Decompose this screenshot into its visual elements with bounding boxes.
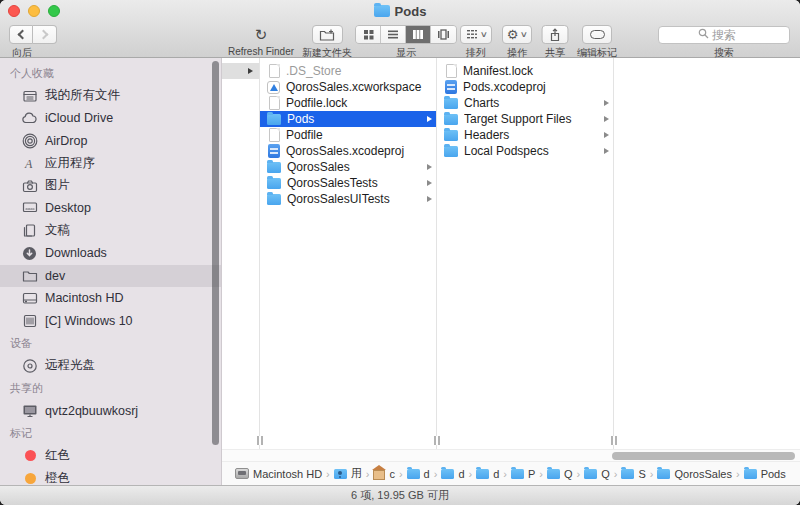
- share-label: 共享: [545, 46, 565, 60]
- path-item[interactable]: Q: [547, 468, 573, 480]
- sidebar-item-applications[interactable]: A 应用程序: [0, 152, 221, 175]
- new-folder-button[interactable]: [312, 25, 343, 44]
- file-row[interactable]: QorosSales: [260, 159, 436, 175]
- column-resize-handle[interactable]: [609, 436, 618, 445]
- folder-icon: [476, 469, 489, 479]
- file-row[interactable]: .DS_Store: [260, 63, 436, 79]
- action-button[interactable]: ⚙ ∨: [502, 25, 532, 44]
- file-row-selected[interactable]: Pods: [260, 111, 436, 127]
- path-item[interactable]: Q: [584, 468, 610, 480]
- file-row[interactable]: QorosSales.xcworkspace: [260, 79, 436, 95]
- coverflow-view-button[interactable]: [431, 26, 456, 43]
- action-label: 操作: [507, 46, 527, 60]
- sidebar-item-dev[interactable]: dev: [0, 265, 221, 288]
- file-row[interactable]: Podfile: [260, 127, 436, 143]
- file-row[interactable]: Manifest.lock: [437, 63, 613, 79]
- window-header: Pods 向后 ↻ Refresh Finder 新建文件夹: [0, 0, 800, 58]
- path-item[interactable]: c: [373, 467, 395, 480]
- path-item[interactable]: Pods: [744, 468, 786, 480]
- path-separator: ›: [434, 468, 438, 480]
- column-resize-handle[interactable]: [432, 436, 441, 445]
- previous-selected-row[interactable]: [222, 63, 259, 79]
- file-row[interactable]: QorosSalesUITests: [260, 191, 436, 207]
- horizontal-scrollbar[interactable]: [222, 449, 800, 461]
- path-item[interactable]: d: [441, 468, 464, 480]
- disclosure-arrow-icon: [604, 132, 609, 138]
- all-files-icon: [21, 88, 38, 104]
- sidebar-scrollbar[interactable]: [212, 61, 219, 445]
- sidebar-item-icloud-drive[interactable]: iCloud Drive: [0, 107, 221, 130]
- path-item[interactable]: Macintosh HD: [235, 468, 322, 480]
- sidebar-item-label: Desktop: [45, 201, 91, 215]
- document-icon: [269, 96, 280, 110]
- folder-icon: [657, 469, 670, 479]
- path-separator: ›: [326, 468, 330, 480]
- file-row[interactable]: QorosSalesTests: [260, 175, 436, 191]
- window-title-text: Pods: [395, 4, 427, 19]
- sidebar-item-shared-computer[interactable]: qvtz2qbuuwkosrj: [0, 400, 221, 423]
- column-divider[interactable]: [436, 58, 437, 449]
- refresh-button[interactable]: ↻: [255, 25, 268, 44]
- file-row[interactable]: QorosSales.xcodeproj: [260, 143, 436, 159]
- arrange-button[interactable]: ∨: [460, 25, 492, 44]
- path-separator: ›: [399, 468, 403, 480]
- sidebar: 个人收藏 我的所有文件 iCloud Drive AirDrop A 应用程序 …: [0, 58, 222, 485]
- applications-icon: A: [21, 155, 38, 171]
- sidebar-item-label: dev: [45, 269, 65, 283]
- sidebar-item-documents[interactable]: 文稿: [0, 220, 221, 243]
- sidebar-item-tag-red[interactable]: 红色: [0, 445, 221, 468]
- disclosure-arrow-icon: [248, 68, 253, 74]
- column-resize-handle[interactable]: [255, 436, 264, 445]
- forward-button[interactable]: [33, 25, 57, 44]
- folder-icon: [374, 5, 390, 17]
- sidebar-section-shared: 共享的: [0, 377, 221, 400]
- sidebar-item-remote-disc[interactable]: 远程光盘: [0, 355, 221, 378]
- file-row[interactable]: Charts: [437, 95, 613, 111]
- file-row[interactable]: Headers: [437, 127, 613, 143]
- sidebar-item-windows-10[interactable]: [C] Windows 10: [0, 310, 221, 333]
- sidebar-item-pictures[interactable]: 图片: [0, 175, 221, 198]
- file-row[interactable]: Pods.xcodeproj: [437, 79, 613, 95]
- bootcamp-drive-icon: [21, 313, 38, 329]
- path-item[interactable]: S: [621, 468, 645, 480]
- file-row[interactable]: Target Support Files: [437, 111, 613, 127]
- column-divider[interactable]: [259, 58, 260, 449]
- sidebar-item-downloads[interactable]: Downloads: [0, 242, 221, 265]
- list-view-button[interactable]: [381, 26, 406, 43]
- column-divider[interactable]: [613, 58, 614, 449]
- sidebar-item-tag-orange[interactable]: 橙色: [0, 467, 221, 485]
- sidebar-item-all-files[interactable]: 我的所有文件: [0, 85, 221, 108]
- path-item[interactable]: P: [511, 468, 535, 480]
- users-folder-icon: [334, 469, 347, 479]
- back-button[interactable]: [9, 25, 33, 44]
- sidebar-item-label: 远程光盘: [45, 357, 95, 374]
- list-view-icon: [387, 29, 399, 40]
- icon-view-button[interactable]: [356, 26, 381, 43]
- status-bar: 6 项, 19.95 GB 可用: [0, 485, 800, 505]
- path-item[interactable]: QorosSales: [657, 468, 731, 480]
- search-input[interactable]: [658, 26, 790, 44]
- path-separator: ›: [539, 468, 543, 480]
- chevron-right-icon: [38, 30, 48, 40]
- desktop-icon: [21, 200, 38, 216]
- folder-icon: [547, 469, 560, 479]
- path-item[interactable]: d: [407, 468, 430, 480]
- share-button[interactable]: [542, 25, 569, 44]
- path-item[interactable]: 用: [334, 466, 362, 481]
- folder-icon: [584, 469, 597, 479]
- folder-icon: [511, 469, 524, 479]
- file-row[interactable]: Podfile.lock: [260, 95, 436, 111]
- sidebar-item-label: 我的所有文件: [45, 87, 120, 104]
- edit-tags-button[interactable]: [582, 25, 612, 44]
- path-item[interactable]: d: [476, 468, 499, 480]
- column-view-button[interactable]: [406, 26, 431, 43]
- path-separator: ›: [503, 468, 507, 480]
- chevron-down-icon: ∨: [479, 30, 487, 39]
- sidebar-item-airdrop[interactable]: AirDrop: [0, 130, 221, 153]
- sidebar-item-desktop[interactable]: Desktop: [0, 197, 221, 220]
- file-row[interactable]: Local Podspecs: [437, 143, 613, 159]
- xcworkspace-icon: [267, 81, 280, 94]
- sidebar-item-macintosh-hd[interactable]: Macintosh HD: [0, 287, 221, 310]
- horizontal-scrollbar-thumb[interactable]: [612, 452, 795, 460]
- folder-icon: [267, 162, 281, 173]
